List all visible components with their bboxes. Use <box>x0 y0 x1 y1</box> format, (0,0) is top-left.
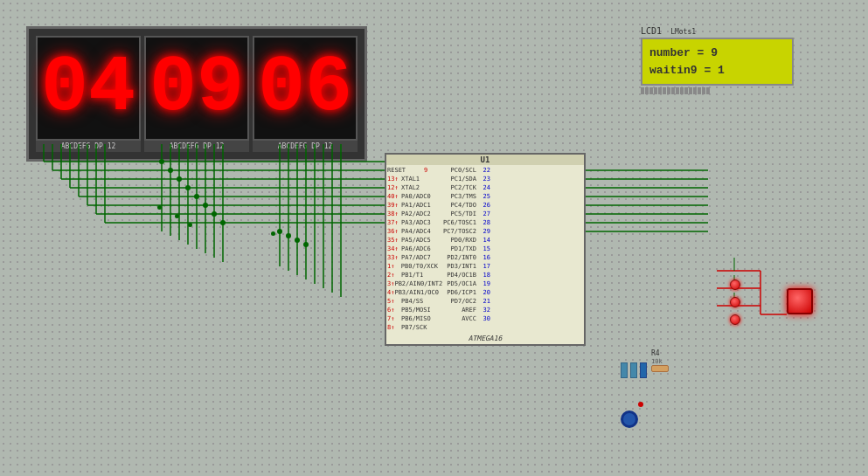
lcd-pin-5 <box>658 87 662 94</box>
mcu-pin-pb3: 4↑ PB3/AIN1/OC0 <box>387 288 438 297</box>
svg-point-44 <box>194 194 199 199</box>
mcu-pin-pc1: PC1/SDA 23 <box>440 175 490 183</box>
svg-point-48 <box>277 229 282 234</box>
svg-point-47 <box>220 220 226 225</box>
led-red-3 <box>730 314 740 325</box>
mcu-pin-pb0: 1↑ PB0/T0/XCK <box>387 262 438 271</box>
mcu-pin-pc6: PC6/TOSC1 28 <box>440 218 490 227</box>
lcd-pin-11 <box>684 87 688 94</box>
capacitor-group <box>621 362 647 378</box>
digit-1-label: ABCDEFG DP 12 <box>36 141 141 152</box>
mcu-pin-pa2: 38↑ PA2/ADC2 <box>387 210 438 218</box>
led-1 <box>730 279 740 290</box>
led-3 <box>730 314 740 325</box>
lcd-line2: waitin9 = 1 <box>649 62 785 79</box>
lcd-pin-2 <box>645 87 649 94</box>
mcu-pin-pd1: PD1/TXD 15 <box>440 245 490 253</box>
svg-point-42 <box>177 176 182 182</box>
mcu-pin-pa6: 34↑ PA6/ADC6 <box>387 245 438 253</box>
lcd-pin-14 <box>698 87 701 94</box>
lcd-pin-3 <box>649 87 653 94</box>
mcu-pin-pc4: PC4/TDO 26 <box>440 201 490 210</box>
junction-dot-2 <box>175 214 179 218</box>
button-symbol[interactable] <box>621 410 638 428</box>
mcu-right-pins: PC0/SCL 22 PC1/SDA 23 PC2/TCK 24 PC3/TMS… <box>439 165 491 333</box>
led-2 <box>730 297 740 307</box>
capacitor-2 <box>630 362 637 378</box>
lcd-pin-1 <box>641 87 644 94</box>
mcu-pin-pb2: 3↑ PB2/AIN0/INT2 <box>387 279 438 288</box>
lcd-pin-12 <box>689 87 692 94</box>
capacitor-1 <box>621 362 628 378</box>
lcd-pin-row <box>641 87 794 94</box>
mcu-pin-pd2: PD2/INT0 16 <box>440 253 490 262</box>
svg-point-49 <box>286 233 291 238</box>
mcu-pin-pb4: 5↑ PB4/SS <box>387 297 438 306</box>
lcd-title: LCD1 LMots1 <box>641 26 794 36</box>
digit-3-value: 06 <box>258 49 352 128</box>
mcu-pin-pa7: 33↑ PA7/ADC7 <box>387 253 438 262</box>
lcd-line1: number = 9 <box>649 45 785 62</box>
button-component[interactable] <box>621 410 638 428</box>
lcd-pin-7 <box>667 87 670 94</box>
svg-point-51 <box>303 242 309 247</box>
lcd-pin-10 <box>680 87 684 94</box>
mcu-pin-pb7: 8↑ PB7/SCK <box>387 323 438 332</box>
lcd-screen: number = 9 waitin9 = 1 <box>641 38 794 86</box>
svg-point-45 <box>203 203 208 208</box>
mcu-pin-reset: RESET 9 <box>387 166 438 175</box>
digit-2-label: ABCDEFG DP 12 <box>144 141 249 152</box>
digit-2: 09 ABCDEFG DP 12 <box>144 36 249 152</box>
svg-point-50 <box>295 238 300 243</box>
led-indicator-large <box>787 288 813 314</box>
lcd-pin-9 <box>676 87 679 94</box>
capacitor-3 <box>640 362 647 378</box>
mcu-pin-pb5: 6↑ PB5/MOSI <box>387 306 438 314</box>
svg-point-43 <box>185 185 191 190</box>
lcd-display: LCD1 LMots1 number = 9 waitin9 = 1 <box>641 26 794 94</box>
resistor-symbol <box>651 365 669 372</box>
led-red-2 <box>730 297 740 307</box>
junction-dot-4 <box>271 231 275 236</box>
lcd-pin-8 <box>671 87 675 94</box>
mcu-pin-pa1: 39↑ PA1/ADC1 <box>387 201 438 210</box>
lcd-pin-4 <box>654 87 657 94</box>
dot-red-1 <box>638 402 643 407</box>
mcu-pin-pc2: PC2/TCK 24 <box>440 183 490 192</box>
seven-segment-display: 04 ABCDEFG DP 12 09 ABCDEFG DP 12 06 ABC… <box>26 26 367 162</box>
mcu-pin-pc0: PC0/SCL 22 <box>440 166 490 175</box>
lcd-pin-13 <box>693 87 697 94</box>
lcd-pin-6 <box>663 87 666 94</box>
digit-1: 04 ABCDEFG DP 12 <box>36 36 141 152</box>
mcu-pin-pa4: 36↑ PA4/ADC4 <box>387 227 438 236</box>
mcu-pin-pd6: PD6/ICP1 20 <box>440 288 490 297</box>
mcu-pin-pc3: PC3/TMS 25 <box>440 192 490 201</box>
digit-2-value: 09 <box>149 49 244 128</box>
led-red-1 <box>730 279 740 290</box>
mcu-name: U1 <box>386 155 584 165</box>
mcu-pin-pd7: PD7/OC2 21 <box>440 297 490 306</box>
mcu-pin-pd3: PD3/INT1 17 <box>440 262 490 271</box>
digit-3-label: ABCDEFG DP 12 <box>253 141 358 152</box>
mcu-pin-pa0: 40↑ PA0/ADC0 <box>387 192 438 201</box>
mcu-pin-pd5: PD5/OC1A 19 <box>440 279 490 288</box>
junction-dot-3 <box>188 223 192 227</box>
svg-point-46 <box>212 211 217 217</box>
mcu-pin-pc5: PC5/TDI 27 <box>440 210 490 218</box>
resistor-component: R4 10k <box>651 349 669 372</box>
mcu-chip-label: ATMEGA16 <box>386 333 584 344</box>
lcd-pin-15 <box>702 87 705 94</box>
mcu-pin-pa5: 35↑ PA5/ADC5 <box>387 236 438 245</box>
mcu-left-pins: RESET 9 13↑ XTAL1 12↑ XTAL2 40↑ PA0/ADC0… <box>386 165 439 333</box>
mcu-body: RESET 9 13↑ XTAL1 12↑ XTAL2 40↑ PA0/ADC0… <box>386 165 584 333</box>
mcu-pin-pa3: 37↑ PA3/ADC3 <box>387 218 438 227</box>
mcu-pin-aref: AREF 32 <box>440 306 490 314</box>
mcu-pin-xtal2: 12↑ XTAL2 <box>387 183 438 192</box>
mcu-chip: U1 RESET 9 13↑ XTAL1 12↑ XTAL2 40↑ PA0/A… <box>385 153 586 346</box>
digit-1-value: 04 <box>41 49 135 128</box>
digit-3: 06 ABCDEFG DP 12 <box>253 36 358 152</box>
mcu-pin-pb1: 2↑ PB1/T1 <box>387 271 438 279</box>
mcu-pin-pc7: PC7/TOSC2 29 <box>440 227 490 236</box>
mcu-pin-pd4: PD4/OC1B 18 <box>440 271 490 279</box>
lcd-pin-16 <box>706 87 710 94</box>
